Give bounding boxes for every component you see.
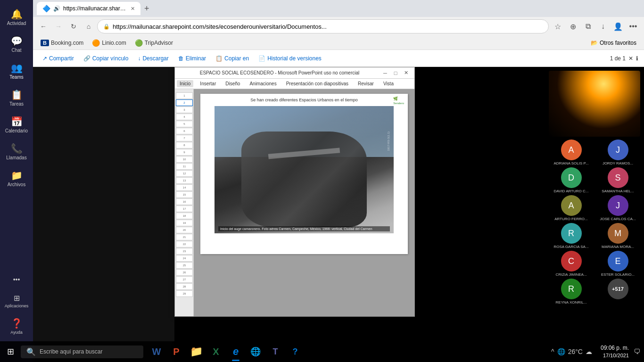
sidebar-item-tareas[interactable]: 📋 Tareas: [0, 85, 33, 110]
taskbar-powerpoint[interactable]: P: [167, 341, 186, 362]
profile-icon[interactable]: 👤: [611, 19, 625, 33]
new-tab-button[interactable]: +: [140, 4, 153, 14]
sp-share-button[interactable]: ↗ Compartir: [39, 53, 78, 64]
slide-thumb-8[interactable]: 8: [176, 142, 193, 148]
download-icon[interactable]: ↓: [596, 19, 610, 33]
sp-copy-link-button[interactable]: 🔗 Copiar vínculo: [80, 53, 132, 64]
tray-chevron-icon[interactable]: ^: [551, 348, 554, 355]
taskbar-excel[interactable]: X: [206, 341, 225, 362]
slide-thumb-20[interactable]: 20: [176, 227, 193, 233]
ribbon-tab-insertar[interactable]: Insertar: [197, 80, 219, 87]
slide-thumb-14[interactable]: 14: [176, 184, 193, 191]
slide-thumb-15[interactable]: 15: [176, 191, 193, 198]
refresh-button[interactable]: ↻: [67, 20, 80, 33]
ppt-close-button[interactable]: ✕: [401, 69, 411, 77]
back-button[interactable]: ←: [37, 20, 50, 33]
sidebar-item-llamadas[interactable]: 📞 Llamadas: [0, 139, 33, 164]
slide-thumb-12[interactable]: 12: [176, 170, 193, 177]
taskbar-help[interactable]: ?: [286, 341, 305, 362]
collections-icon[interactable]: ⊕: [566, 19, 580, 33]
sidebar-item-more[interactable]: •••: [0, 272, 33, 288]
apps-icon: ⊞: [14, 294, 20, 303]
slide-thumb-11[interactable]: 11: [176, 163, 193, 170]
slide-thumb-18[interactable]: 18: [176, 213, 193, 219]
ppt-maximize-button[interactable]: □: [391, 69, 400, 77]
workspaces-icon[interactable]: ⧉: [581, 19, 595, 33]
sp-download-button[interactable]: ↓ Descargar: [134, 53, 172, 64]
taskbar-search[interactable]: 🔍 Escribe aquí para buscar: [21, 346, 143, 358]
sidebar-item-help[interactable]: ❓ Ayuda: [0, 314, 33, 338]
bookmark-tripadvisor[interactable]: 🟢 TripAdvisor: [131, 38, 177, 48]
participant-tile-9: E ESTER SOLARIO...: [595, 251, 640, 277]
ribbon-tab-animaciones[interactable]: Animaciones: [247, 80, 279, 87]
tab-close-button[interactable]: ✕: [131, 6, 135, 12]
notification-icon[interactable]: 🗨: [634, 348, 640, 355]
participant-avatar-4: A: [561, 195, 582, 216]
slide-thumb-6[interactable]: 6: [176, 128, 193, 134]
slide-thumb-13[interactable]: 13: [176, 177, 193, 184]
taskbar-files[interactable]: 📁: [187, 341, 206, 362]
slide-thumb-1[interactable]: 1: [176, 92, 193, 99]
ppt-minimize-button[interactable]: ─: [380, 69, 390, 77]
sp-version-history-button[interactable]: 📄 Historial de versiones: [255, 53, 325, 64]
slide-thumb-5[interactable]: 5: [176, 121, 193, 127]
ribbon-tab-presentacion[interactable]: Presentación con diapositivas: [283, 80, 351, 87]
slide-thumb-24[interactable]: 24: [176, 255, 193, 262]
slide-thumb-10[interactable]: 10: [176, 156, 193, 163]
chrome-icon: 🌐: [250, 346, 261, 357]
taskbar-edge[interactable]: e: [226, 341, 245, 362]
ribbon-tab-revisar[interactable]: Revisar: [355, 80, 377, 87]
sidebar-item-teams[interactable]: 👥 Teams: [0, 58, 33, 83]
bookmark-linio[interactable]: 🟠 Linio.com: [88, 38, 130, 48]
sidebar-item-apps[interactable]: ⊞ Aplicaciones: [0, 290, 33, 312]
ribbon-tab-vista[interactable]: Vista: [380, 80, 396, 87]
clock-date: 17/10/2021: [603, 352, 629, 359]
slide-thumb-9[interactable]: 9: [176, 149, 193, 156]
home-button[interactable]: ⌂: [82, 20, 95, 33]
slide-thumb-16[interactable]: 16: [176, 198, 193, 205]
browser-tab-active[interactable]: 🔷 🔊 https://mailunacar.sharepo... ✕: [37, 2, 140, 15]
taskbar-word[interactable]: W: [147, 341, 166, 362]
sp-copy-to-button[interactable]: 📋 Copiar en: [212, 53, 253, 64]
linio-icon: 🟠: [92, 39, 100, 47]
slide-thumb-19[interactable]: 19: [176, 220, 193, 226]
forward-button[interactable]: →: [52, 20, 65, 33]
taskbar-teams[interactable]: T: [266, 341, 285, 362]
slide-thumb-7[interactable]: 7: [176, 135, 193, 141]
settings-icon[interactable]: •••: [626, 19, 640, 33]
address-bar[interactable]: 🔒 https://mailunacar.sharepoint.com/site…: [97, 19, 549, 33]
slide-thumb-29[interactable]: 29: [176, 290, 193, 297]
slide-thumb-27[interactable]: 27: [176, 276, 193, 283]
slide-thumb-23[interactable]: 23: [176, 248, 193, 255]
close-preview-icon[interactable]: ✕: [628, 55, 633, 62]
slide-thumb-26[interactable]: 26: [176, 269, 193, 276]
sp-delete-button[interactable]: 🗑 Eliminar: [174, 53, 210, 64]
onedrive-icon[interactable]: ☁: [586, 348, 592, 355]
slide-thumb-4[interactable]: 4: [176, 114, 193, 120]
sidebar-item-chat[interactable]: 💬 Chat: [0, 32, 33, 57]
slide-thumb-2[interactable]: 2: [176, 99, 193, 106]
slide-thumb-28[interactable]: 28: [176, 283, 193, 290]
start-button[interactable]: ⊞: [0, 341, 21, 362]
slide-thumb-22[interactable]: 22: [176, 241, 193, 247]
favorites-icon[interactable]: ☆: [551, 19, 565, 33]
taskbar-chrome[interactable]: 🌐: [246, 341, 265, 362]
excel-icon: X: [213, 346, 219, 357]
slide-thumb-3[interactable]: 3: [176, 107, 193, 113]
participant-tile-1: J JORDY RAMOS...: [595, 140, 640, 165]
ribbon-tab-inicio[interactable]: Inicio: [177, 80, 193, 87]
sidebar-item-actividad[interactable]: 🔔 Actividad: [0, 5, 33, 30]
network-icon[interactable]: 🌐: [557, 348, 565, 355]
bookmark-booking[interactable]: B Booking.com: [37, 39, 87, 47]
taskbar-clock[interactable]: 09:06 p. m. 17/10/2021: [598, 345, 632, 359]
slide-thumb-25[interactable]: 25: [176, 262, 193, 269]
participant-more-count[interactable]: +517: [608, 279, 628, 299]
slide-thumb-17[interactable]: 17: [176, 206, 193, 212]
ribbon-tab-diseño[interactable]: Diseño: [223, 80, 243, 87]
sidebar-item-archivos[interactable]: 📁 Archivos: [0, 166, 33, 191]
sidebar-item-calendario[interactable]: 📅 Calendario: [0, 112, 33, 137]
slide-thumb-21[interactable]: 21: [176, 234, 193, 240]
info-icon[interactable]: ℹ: [636, 55, 638, 62]
participant-tile-more[interactable]: +517: [595, 279, 640, 304]
bookmark-otros-favoritos[interactable]: 📂 Otros favoritos: [587, 39, 640, 47]
